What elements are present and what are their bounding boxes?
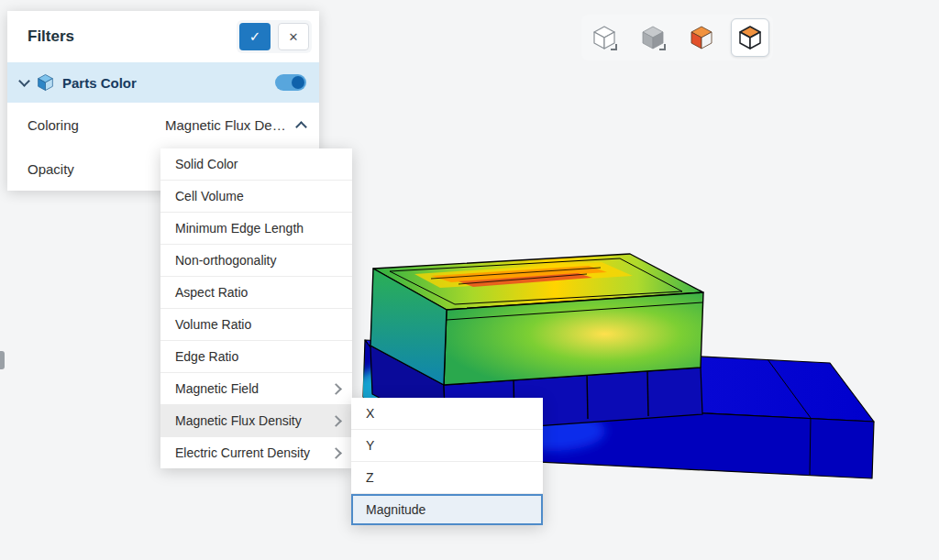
menu-item-solid-color[interactable]: Solid Color (160, 148, 352, 181)
dropdown-corner-icon (611, 44, 617, 50)
menu-item-magnetic-flux-density[interactable]: Magnetic Flux Density (160, 405, 352, 437)
menu-item-magnetic-field[interactable]: Magnetic Field (160, 373, 352, 405)
dropdown-corner-icon (659, 44, 666, 50)
check-icon: ✓ (249, 28, 261, 45)
submenu-item-x[interactable]: X (351, 398, 543, 430)
toggle-knob (292, 76, 304, 89)
menu-item-minimum-edge-length[interactable]: Minimum Edge Length (160, 213, 352, 245)
menu-item-aspect-ratio[interactable]: Aspect Ratio (160, 277, 352, 309)
close-button[interactable]: ✕ (278, 23, 309, 50)
menu-item-label: Magnetic Flux Density (175, 413, 302, 428)
header-button-group: ✓ ✕ (237, 20, 312, 53)
menu-item-edge-ratio[interactable]: Edge Ratio (160, 341, 352, 373)
solid-gray-view-button[interactable] (634, 18, 672, 57)
field-color-view-button[interactable] (731, 18, 769, 57)
left-panel-handle[interactable] (0, 351, 5, 369)
core-box (370, 254, 703, 385)
coloring-menu: Solid Color Cell Volume Minimum Edge Len… (160, 148, 352, 468)
opacity-label: Opacity (28, 161, 165, 177)
chevron-down-icon (18, 75, 30, 87)
section-label: Parts Color (62, 75, 267, 91)
parts-color-toggle[interactable] (275, 74, 306, 91)
menu-item-cell-volume[interactable]: Cell Volume (160, 181, 352, 213)
colored-cube-icon (690, 25, 713, 50)
apply-button[interactable]: ✓ (239, 23, 271, 50)
coloring-value-dropdown[interactable]: Magnetic Flux De… (165, 117, 305, 133)
submenu-item-magnitude[interactable]: Magnitude (351, 494, 543, 525)
wireframe-view-button[interactable] (585, 18, 624, 57)
panel-title: Filters (28, 27, 237, 46)
menu-item-electric-current-density[interactable]: Electric Current Density (160, 437, 352, 468)
coloring-row: Coloring Magnetic Flux De… (7, 103, 319, 147)
parts-color-icon (37, 73, 54, 92)
submenu-item-y[interactable]: Y (351, 430, 543, 462)
close-icon: ✕ (289, 30, 299, 44)
submenu-item-z[interactable]: Z (351, 462, 543, 494)
menu-item-label: Electric Current Density (175, 445, 310, 460)
menu-item-non-orthogonality[interactable]: Non-orthogonality (160, 245, 352, 277)
parts-color-section[interactable]: Parts Color (7, 62, 319, 103)
coloring-label: Coloring (28, 117, 165, 133)
component-menu: X Y Z Magnitude (351, 398, 543, 525)
menu-item-volume-ratio[interactable]: Volume Ratio (160, 309, 352, 341)
chevron-up-icon (295, 121, 307, 133)
chevron-right-icon (330, 383, 342, 395)
solid-color-view-button[interactable] (682, 18, 721, 57)
chevron-right-icon (330, 447, 342, 459)
menu-item-label: Magnetic Field (175, 381, 259, 396)
view-toolbar (581, 15, 773, 60)
coloring-value: Magnetic Flux De… (165, 117, 286, 133)
chevron-right-icon (330, 415, 342, 427)
filters-header: Filters ✓ ✕ (7, 11, 319, 62)
field-cube-icon (738, 25, 762, 50)
